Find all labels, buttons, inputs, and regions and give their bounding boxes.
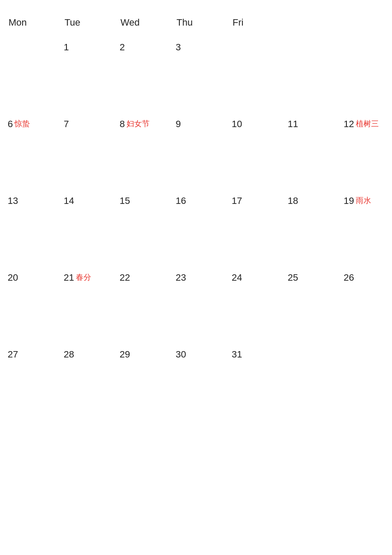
day-number: 10 bbox=[232, 119, 242, 130]
cell-content: 22 bbox=[120, 272, 160, 283]
cell-content: 29 bbox=[120, 349, 160, 360]
cell-content: 13 bbox=[8, 195, 48, 206]
calendar-cell-week1-day0: 6惊蛰 bbox=[0, 113, 56, 190]
calendar-cell-week4-day4: 31 bbox=[224, 344, 280, 421]
cell-content: 30 bbox=[176, 349, 216, 360]
calendar-cell-week1-day6: 12植树三 bbox=[336, 113, 392, 190]
day-name-5 bbox=[280, 13, 336, 32]
day-name-1: Tue bbox=[56, 13, 112, 32]
day-name-4: Fri bbox=[224, 13, 280, 32]
calendar-cell-week2-day4: 17 bbox=[224, 190, 280, 267]
day-number: 18 bbox=[288, 195, 298, 206]
calendar-header: MonTueWedThuFri bbox=[0, 9, 392, 37]
calendar-cell-week2-day0: 13 bbox=[0, 190, 56, 267]
calendar-cell-week3-day4: 24 bbox=[224, 267, 280, 344]
cell-content: 11 bbox=[288, 119, 328, 130]
day-number: 25 bbox=[288, 272, 298, 283]
calendar-cell-week2-day2: 15 bbox=[112, 190, 168, 267]
calendar-cell-week4-day6 bbox=[336, 344, 392, 421]
calendar-cell-week0-day1: 1 bbox=[56, 37, 112, 113]
day-number: 19 bbox=[344, 195, 354, 206]
calendar-cell-week3-day1: 21春分 bbox=[56, 267, 112, 344]
calendar-cell-week1-day1: 7 bbox=[56, 113, 112, 190]
day-number: 2 bbox=[120, 42, 125, 53]
calendar-cell-week4-day1: 28 bbox=[56, 344, 112, 421]
day-number: 11 bbox=[288, 119, 298, 130]
calendar-cell-week0-day5 bbox=[280, 37, 336, 113]
day-number: 7 bbox=[63, 119, 69, 130]
cell-content: 25 bbox=[288, 272, 328, 283]
calendar-cell-week1-day4: 10 bbox=[224, 113, 280, 190]
calendar-cell-week4-day5 bbox=[280, 344, 336, 421]
cell-content: 17 bbox=[232, 195, 272, 206]
calendar-cell-week0-day6 bbox=[336, 37, 392, 113]
calendar-cell-week1-day3: 9 bbox=[168, 113, 224, 190]
day-number: 14 bbox=[63, 195, 74, 206]
holiday-text: 植树三 bbox=[356, 119, 379, 129]
day-number: 22 bbox=[120, 272, 130, 283]
cell-content: 23 bbox=[176, 272, 216, 283]
cell-content: 10 bbox=[232, 119, 272, 130]
cell-content: 1 bbox=[63, 42, 104, 53]
cell-content: 12植树三 bbox=[344, 119, 384, 130]
calendar-grid: 1236惊蛰78妇女节9101112植树三13141516171819雨水202… bbox=[0, 37, 392, 421]
calendar-cell-week3-day3: 23 bbox=[168, 267, 224, 344]
day-number: 12 bbox=[344, 119, 354, 130]
cell-content: 19雨水 bbox=[344, 195, 384, 206]
day-name-3: Thu bbox=[168, 13, 224, 32]
cell-content: 14 bbox=[63, 195, 104, 206]
day-number: 13 bbox=[8, 195, 18, 206]
cell-content: 8妇女节 bbox=[120, 119, 160, 130]
calendar-cell-week3-day6: 26 bbox=[336, 267, 392, 344]
calendar-cell-week3-day5: 25 bbox=[280, 267, 336, 344]
calendar-cell-week2-day5: 18 bbox=[280, 190, 336, 267]
day-number: 24 bbox=[232, 272, 242, 283]
holiday-text: 妇女节 bbox=[127, 119, 150, 129]
cell-content: 15 bbox=[120, 195, 160, 206]
cell-content: 3 bbox=[176, 42, 216, 53]
calendar-cell-week2-day3: 16 bbox=[168, 190, 224, 267]
day-number: 31 bbox=[232, 349, 242, 360]
day-number: 1 bbox=[63, 42, 69, 53]
calendar-cell-week4-day2: 29 bbox=[112, 344, 168, 421]
day-number: 20 bbox=[8, 272, 18, 283]
calendar-cell-week3-day2: 22 bbox=[112, 267, 168, 344]
calendar-cell-week2-day6: 19雨水 bbox=[336, 190, 392, 267]
day-number: 6 bbox=[8, 119, 13, 130]
calendar-cell-week2-day1: 14 bbox=[56, 190, 112, 267]
calendar-cell-week0-day3: 3 bbox=[168, 37, 224, 113]
cell-content: 21春分 bbox=[63, 272, 104, 283]
day-name-6 bbox=[336, 13, 392, 32]
cell-content: 27 bbox=[8, 349, 48, 360]
day-number: 30 bbox=[176, 349, 186, 360]
day-number: 9 bbox=[176, 119, 181, 130]
day-number: 27 bbox=[8, 349, 18, 360]
cell-content: 2 bbox=[120, 42, 160, 53]
cell-content: 16 bbox=[176, 195, 216, 206]
cell-content: 31 bbox=[232, 349, 272, 360]
day-number: 23 bbox=[176, 272, 186, 283]
calendar: MonTueWedThuFri 1236惊蛰78妇女节9101112植树三131… bbox=[0, 0, 392, 429]
day-number: 8 bbox=[120, 119, 125, 130]
day-number: 21 bbox=[63, 272, 74, 283]
day-number: 26 bbox=[344, 272, 354, 283]
calendar-cell-week1-day5: 11 bbox=[280, 113, 336, 190]
holiday-text: 雨水 bbox=[356, 195, 371, 206]
holiday-text: 惊蛰 bbox=[14, 119, 30, 129]
cell-content: 9 bbox=[176, 119, 216, 130]
cell-content: 20 bbox=[8, 272, 48, 283]
cell-content: 7 bbox=[63, 119, 104, 130]
cell-content: 18 bbox=[288, 195, 328, 206]
cell-content: 24 bbox=[232, 272, 272, 283]
holiday-text: 春分 bbox=[76, 272, 91, 282]
day-number: 28 bbox=[63, 349, 74, 360]
day-number: 29 bbox=[120, 349, 130, 360]
cell-content: 26 bbox=[344, 272, 384, 283]
calendar-cell-week3-day0: 20 bbox=[0, 267, 56, 344]
day-number: 15 bbox=[120, 195, 130, 206]
cell-content: 6惊蛰 bbox=[8, 119, 48, 130]
day-number: 3 bbox=[176, 42, 181, 53]
calendar-cell-week4-day3: 30 bbox=[168, 344, 224, 421]
cell-content: 28 bbox=[63, 349, 104, 360]
day-name-0: Mon bbox=[0, 13, 56, 32]
